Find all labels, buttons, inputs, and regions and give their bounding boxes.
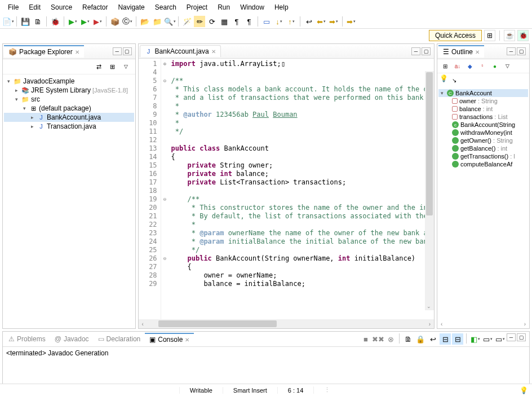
status-menu[interactable]: ⋮ bbox=[313, 386, 340, 394]
expand-arrow-icon[interactable]: ▾ bbox=[5, 78, 12, 84]
package-explorer-tab[interactable]: 📦 Package Explorer ✕ bbox=[4, 45, 84, 58]
tab-problems[interactable]: ⚠Problems bbox=[4, 333, 50, 345]
back-button[interactable]: ⬅ bbox=[316, 16, 327, 27]
clear-console-button[interactable]: 🗎 bbox=[402, 333, 414, 345]
external-tools-button[interactable]: ▶ bbox=[92, 16, 103, 27]
outline-member[interactable]: getOwner() : String bbox=[438, 137, 528, 144]
open-perspective-button[interactable]: ⊞ bbox=[484, 30, 495, 41]
sort-icon[interactable]: a↓ bbox=[452, 60, 463, 72]
annotation-button[interactable]: ▭ bbox=[261, 16, 272, 27]
save-button[interactable]: 💾 bbox=[20, 16, 31, 27]
terminate-button[interactable]: ■ bbox=[360, 333, 371, 345]
minimize-button[interactable]: ─ bbox=[113, 47, 122, 55]
outline-class-node[interactable]: ▾CBankAccount bbox=[438, 89, 528, 97]
collapse-arrow-icon[interactable]: ▸ bbox=[13, 87, 20, 93]
close-icon[interactable]: ✕ bbox=[475, 49, 480, 55]
project-node[interactable]: ▾ 📁 JavadocExample bbox=[4, 77, 134, 86]
code-area[interactable]: import java.util.ArrayList;▯ /** * This … bbox=[169, 59, 434, 319]
perspective-button[interactable]: ➡ bbox=[345, 16, 357, 27]
maximize-button[interactable]: ▢ bbox=[517, 333, 526, 341]
expand-arrow-icon[interactable]: ▾ bbox=[21, 105, 28, 111]
maximize-button[interactable]: ▢ bbox=[422, 47, 431, 55]
maximize-button[interactable]: ▢ bbox=[123, 47, 132, 55]
minimize-button[interactable]: ─ bbox=[507, 333, 516, 341]
view-menu-icon[interactable]: ▽ bbox=[502, 60, 513, 72]
outline-member[interactable]: getBalance() : int bbox=[438, 144, 528, 152]
remove-launch-button[interactable]: ✖✖ bbox=[373, 333, 384, 345]
new-button[interactable]: 📄 bbox=[2, 16, 14, 27]
show-whitespace-button[interactable]: ¶ bbox=[231, 16, 242, 27]
wand-button[interactable]: 🪄 bbox=[181, 16, 193, 27]
menu-project[interactable]: Project bbox=[182, 2, 212, 13]
vertical-scrollbar[interactable]: ⌄ bbox=[425, 71, 434, 310]
tab-javadoc[interactable]: @Javadoc bbox=[50, 333, 94, 345]
minimize-button[interactable]: ─ bbox=[507, 47, 516, 55]
collapse-arrow-icon[interactable]: ▸ bbox=[29, 115, 36, 120]
run-button[interactable]: ▶ bbox=[67, 16, 78, 27]
toggle-highlight-button[interactable]: ✏ bbox=[194, 16, 205, 27]
maximize-button[interactable]: ▢ bbox=[517, 47, 526, 55]
tab-console[interactable]: ▣Console ✕ bbox=[145, 333, 194, 345]
menu-edit[interactable]: Edit bbox=[24, 2, 45, 13]
block-select-button[interactable]: ▦ bbox=[219, 16, 230, 27]
new-class-button[interactable]: Ⓒ bbox=[122, 16, 133, 27]
hide-fields-icon[interactable]: ◆ bbox=[464, 60, 476, 72]
debug-button[interactable]: 🐞 bbox=[50, 16, 61, 27]
jre-node[interactable]: ▸ 📚 JRE System Library [JavaSE-1.8] bbox=[4, 86, 134, 95]
menu-search[interactable]: Search bbox=[150, 2, 181, 13]
display-selected-button[interactable]: ▭ bbox=[482, 333, 493, 345]
show-console-err-button[interactable]: ⊟ bbox=[452, 333, 463, 345]
lightbulb-icon[interactable]: 💡 bbox=[440, 74, 447, 82]
open-console-button[interactable]: ▭ bbox=[494, 333, 506, 345]
outline-scrollbar[interactable]: ‹› bbox=[437, 320, 529, 328]
last-edit-button[interactable]: ↩ bbox=[303, 16, 314, 27]
quick-access-field[interactable]: Quick Access bbox=[429, 30, 482, 41]
outline-tab[interactable]: ☰ Outline ✕ bbox=[438, 45, 484, 58]
outline-member[interactable]: cBankAccount(String bbox=[438, 121, 528, 129]
menu-navigate[interactable]: Navigate bbox=[113, 2, 149, 13]
prev-annotation-button[interactable]: ↑ bbox=[286, 16, 297, 27]
menu-help[interactable]: Help bbox=[270, 2, 293, 13]
outline-member[interactable]: transactions : List bbox=[438, 113, 528, 121]
close-icon[interactable]: ✕ bbox=[75, 49, 79, 55]
editor-body[interactable]: 1456789101112131415161718192021222324252… bbox=[139, 59, 434, 319]
tip-icon[interactable]: 💡 bbox=[520, 386, 527, 394]
editor-tab[interactable]: J BankAccount.java ✕ bbox=[140, 45, 221, 57]
menu-source[interactable]: Source bbox=[46, 2, 77, 13]
focus-icon[interactable]: ⊞ bbox=[440, 60, 451, 72]
refactor-button[interactable]: ⟳ bbox=[206, 16, 218, 27]
outline-member[interactable]: withdrawMoney(int bbox=[438, 129, 528, 137]
file-node-bankaccount[interactable]: ▸ J BankAccount.java bbox=[4, 113, 134, 122]
collapse-arrow-icon[interactable]: ▸ bbox=[29, 124, 36, 129]
menu-refactor[interactable]: Refactor bbox=[78, 2, 112, 13]
word-wrap-button[interactable]: ↩ bbox=[427, 333, 438, 345]
coverage-button[interactable]: ▶ bbox=[79, 16, 91, 27]
close-icon[interactable]: ✕ bbox=[211, 49, 216, 55]
collapse-all-icon[interactable]: ⇄ bbox=[94, 61, 105, 72]
outline-member[interactable]: getTransactions() : l bbox=[438, 152, 528, 160]
forward-button[interactable]: ➡ bbox=[328, 16, 339, 27]
hide-static-icon[interactable]: ˢ bbox=[477, 60, 488, 72]
next-annotation-button[interactable]: ↓ bbox=[273, 16, 285, 27]
pin-console-button[interactable]: ◧ bbox=[469, 333, 481, 345]
hide-nonpublic-icon[interactable]: ● bbox=[489, 60, 500, 72]
save-all-button[interactable]: 🗎 bbox=[32, 16, 43, 27]
menu-window[interactable]: Window bbox=[236, 2, 269, 13]
src-node[interactable]: ▾ 📁 src bbox=[4, 95, 134, 104]
open-task-button[interactable]: 📁 bbox=[152, 16, 163, 27]
file-node-transaction[interactable]: ▸ J Transaction.java bbox=[4, 122, 134, 131]
menu-run[interactable]: Run bbox=[213, 2, 234, 13]
outline-member[interactable]: owner : String bbox=[438, 97, 528, 105]
package-node[interactable]: ▾ ⊞ (default package) bbox=[4, 104, 134, 113]
link-icon[interactable]: ↘ bbox=[449, 74, 460, 86]
expand-arrow-icon[interactable]: ▾ bbox=[13, 96, 20, 102]
pilcrow-button[interactable]: ¶ bbox=[243, 16, 255, 27]
search-button[interactable]: 🔍 bbox=[164, 16, 175, 27]
outline-member[interactable]: computeBalanceAf bbox=[438, 160, 528, 168]
menu-file[interactable]: File bbox=[3, 2, 23, 13]
show-console-out-button[interactable]: ⊟ bbox=[440, 333, 451, 345]
horizontal-scrollbar[interactable]: ‹› bbox=[139, 319, 434, 328]
open-type-button[interactable]: 📂 bbox=[139, 16, 150, 27]
debug-perspective-button[interactable]: 🐞 bbox=[517, 30, 529, 41]
fold-gutter[interactable]: ⊕⊖⊖⊖ bbox=[161, 59, 169, 319]
